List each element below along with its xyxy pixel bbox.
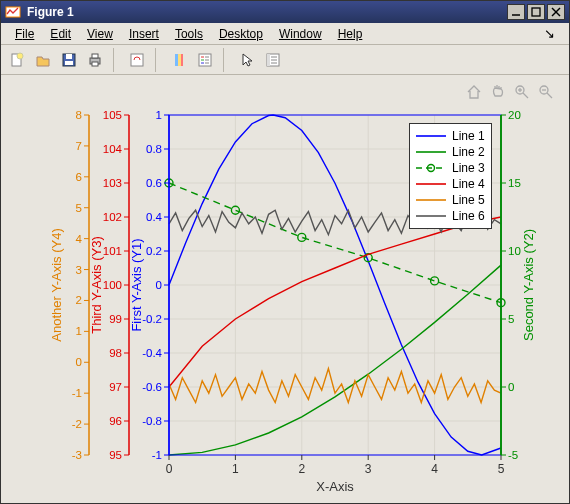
svg-text:0.8: 0.8: [146, 143, 162, 155]
svg-text:First Y-Axis (Y1): First Y-Axis (Y1): [129, 238, 144, 331]
svg-text:97: 97: [109, 381, 122, 393]
legend-item[interactable]: Line 6: [416, 208, 485, 224]
svg-text:102: 102: [103, 211, 122, 223]
legend-item[interactable]: Line 4: [416, 176, 485, 192]
save-button[interactable]: [57, 48, 81, 72]
svg-text:99: 99: [109, 313, 122, 325]
home-icon[interactable]: [465, 83, 483, 101]
legend-label: Line 3: [452, 161, 485, 175]
svg-text:7: 7: [76, 140, 82, 152]
svg-text:-1: -1: [152, 449, 162, 461]
svg-text:8: 8: [76, 109, 82, 121]
svg-text:X-Axis: X-Axis: [316, 479, 354, 494]
svg-text:4: 4: [76, 233, 83, 245]
svg-rect-8: [66, 54, 72, 59]
svg-text:98: 98: [109, 347, 122, 359]
legend-label: Line 6: [452, 209, 485, 223]
link-button[interactable]: [125, 48, 149, 72]
svg-text:10: 10: [508, 245, 521, 257]
menu-window[interactable]: Window: [271, 25, 330, 43]
svg-text:0.4: 0.4: [146, 211, 163, 223]
svg-text:5: 5: [508, 313, 514, 325]
svg-text:Second Y-Axis (Y2): Second Y-Axis (Y2): [521, 229, 536, 341]
svg-rect-16: [181, 54, 183, 66]
property-editor-button[interactable]: [261, 48, 285, 72]
menu-desktop[interactable]: Desktop: [211, 25, 271, 43]
svg-text:-0.6: -0.6: [142, 381, 162, 393]
legend-item[interactable]: Line 5: [416, 192, 485, 208]
svg-line-30: [523, 93, 528, 98]
print-button[interactable]: [83, 48, 107, 72]
maximize-button[interactable]: [527, 4, 545, 20]
title-bar: Figure 1: [1, 1, 569, 23]
svg-text:-0.4: -0.4: [142, 347, 162, 359]
svg-text:3: 3: [76, 264, 82, 276]
app-icon: [5, 4, 21, 20]
menu-bar: File Edit View Insert Tools Desktop Wind…: [1, 23, 569, 45]
svg-text:Another Y-Axis (Y4): Another Y-Axis (Y4): [49, 228, 64, 341]
svg-text:20: 20: [508, 109, 521, 121]
legend[interactable]: Line 1Line 2Line 3Line 4Line 5Line 6: [409, 123, 492, 229]
svg-text:0.6: 0.6: [146, 177, 162, 189]
open-button[interactable]: [31, 48, 55, 72]
svg-text:Third Y-Axis (Y3): Third Y-Axis (Y3): [89, 236, 104, 334]
minimize-button[interactable]: [507, 4, 525, 20]
menu-edit[interactable]: Edit: [42, 25, 79, 43]
svg-text:100: 100: [103, 279, 122, 291]
svg-text:-3: -3: [72, 449, 82, 461]
svg-text:0: 0: [166, 462, 173, 476]
svg-text:0: 0: [508, 381, 514, 393]
svg-text:3: 3: [365, 462, 372, 476]
svg-text:15: 15: [508, 177, 521, 189]
legend-label: Line 5: [452, 193, 485, 207]
zoom-out-icon[interactable]: [537, 83, 555, 101]
menu-tools[interactable]: Tools: [167, 25, 211, 43]
legend-item[interactable]: Line 1: [416, 128, 485, 144]
svg-rect-12: [92, 62, 98, 66]
svg-text:-0.2: -0.2: [142, 313, 162, 325]
svg-rect-2: [532, 8, 540, 16]
menu-help[interactable]: Help: [330, 25, 371, 43]
svg-rect-25: [267, 54, 270, 66]
legend-label: Line 4: [452, 177, 485, 191]
svg-text:104: 104: [103, 143, 123, 155]
svg-line-34: [547, 93, 552, 98]
colorbar-button[interactable]: [167, 48, 191, 72]
svg-text:0: 0: [76, 356, 82, 368]
menu-view[interactable]: View: [79, 25, 121, 43]
menu-file[interactable]: File: [7, 25, 42, 43]
legend-label: Line 2: [452, 145, 485, 159]
svg-text:5: 5: [498, 462, 505, 476]
svg-point-6: [17, 53, 23, 59]
legend-label: Line 1: [452, 129, 485, 143]
new-figure-button[interactable]: [5, 48, 29, 72]
zoom-in-icon[interactable]: [513, 83, 531, 101]
pan-icon[interactable]: [489, 83, 507, 101]
svg-text:101: 101: [103, 245, 122, 257]
svg-text:2: 2: [298, 462, 305, 476]
svg-rect-9: [65, 61, 73, 65]
svg-text:6: 6: [76, 171, 82, 183]
svg-text:0: 0: [156, 279, 162, 291]
legend-button[interactable]: [193, 48, 217, 72]
svg-text:1: 1: [156, 109, 162, 121]
svg-text:0.2: 0.2: [146, 245, 162, 257]
toolbar: [1, 45, 569, 75]
pointer-button[interactable]: [235, 48, 259, 72]
svg-rect-15: [178, 54, 181, 66]
svg-text:96: 96: [109, 415, 122, 427]
window-title: Figure 1: [27, 5, 74, 19]
svg-text:-0.8: -0.8: [142, 415, 162, 427]
menu-insert[interactable]: Insert: [121, 25, 167, 43]
svg-text:-2: -2: [72, 418, 82, 430]
close-button[interactable]: [547, 4, 565, 20]
svg-text:105: 105: [103, 109, 122, 121]
svg-text:-5: -5: [508, 449, 518, 461]
svg-text:1: 1: [232, 462, 239, 476]
legend-item[interactable]: Line 3: [416, 160, 485, 176]
menu-overflow[interactable]: ↘: [536, 24, 563, 43]
legend-item[interactable]: Line 2: [416, 144, 485, 160]
svg-text:5: 5: [76, 202, 82, 214]
svg-text:1: 1: [76, 325, 82, 337]
figure-area: 012345X-Axis-1-0.8-0.6-0.4-0.200.20.40.6…: [1, 75, 569, 503]
